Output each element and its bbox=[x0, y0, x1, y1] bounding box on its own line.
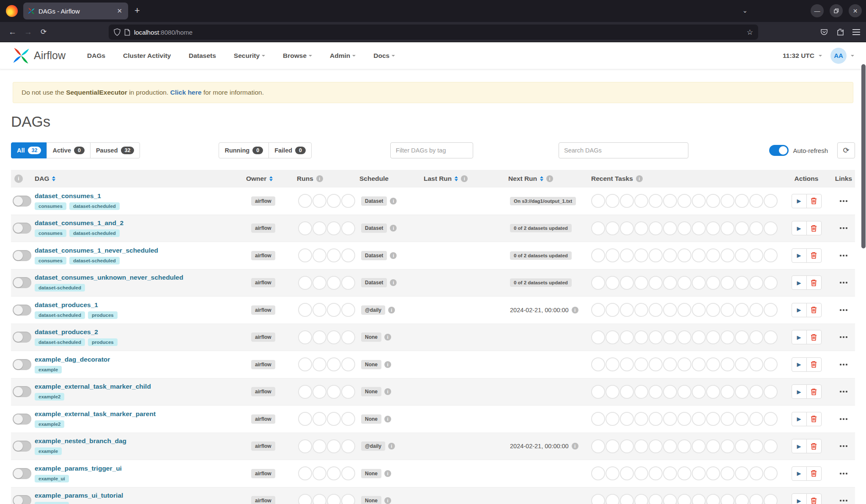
task-state-circle[interactable] bbox=[677, 466, 691, 480]
browser-tab[interactable]: DAGs - Airflow ✕ bbox=[23, 3, 128, 19]
task-state-circle[interactable] bbox=[298, 221, 312, 235]
task-state-circle[interactable] bbox=[677, 276, 691, 290]
trigger-dag-button[interactable]: ▶ bbox=[792, 412, 807, 426]
schedule-badge[interactable]: Dataset bbox=[361, 278, 387, 287]
dag-link[interactable]: dataset_produces_1 bbox=[35, 301, 244, 309]
task-state-circle[interactable] bbox=[634, 494, 648, 504]
task-state-circle[interactable] bbox=[721, 276, 734, 290]
task-state-circle[interactable] bbox=[749, 439, 763, 453]
dag-runs-circles[interactable] bbox=[295, 357, 358, 371]
task-state-circle[interactable] bbox=[634, 248, 648, 262]
dag-link[interactable]: dataset_consumes_1_and_2 bbox=[35, 219, 244, 227]
task-state-circle[interactable] bbox=[649, 385, 663, 399]
task-state-circle[interactable] bbox=[298, 248, 312, 262]
task-state-circle[interactable] bbox=[706, 248, 720, 262]
task-state-circle[interactable] bbox=[721, 248, 734, 262]
shield-icon[interactable] bbox=[114, 28, 121, 36]
task-state-circle[interactable] bbox=[620, 466, 634, 480]
dag-link[interactable]: example_params_ui_tutorial bbox=[35, 492, 244, 499]
task-state-circle[interactable] bbox=[677, 248, 691, 262]
task-state-circle[interactable] bbox=[606, 194, 619, 208]
filter-all[interactable]: All32 bbox=[11, 142, 47, 158]
task-state-circle[interactable] bbox=[764, 357, 778, 371]
task-state-circle[interactable] bbox=[298, 466, 312, 480]
task-state-circle[interactable] bbox=[341, 303, 355, 317]
dag-runs-circles[interactable] bbox=[295, 303, 358, 317]
refresh-button[interactable]: ⟳ bbox=[837, 142, 855, 158]
trigger-dag-button[interactable]: ▶ bbox=[792, 330, 807, 344]
task-state-circle[interactable] bbox=[721, 303, 734, 317]
task-state-circle[interactable] bbox=[764, 330, 778, 344]
recent-tasks-circles[interactable] bbox=[589, 385, 783, 399]
task-state-circle[interactable] bbox=[634, 357, 648, 371]
delete-dag-button[interactable] bbox=[806, 384, 822, 399]
task-state-circle[interactable] bbox=[341, 248, 355, 262]
task-state-circle[interactable] bbox=[706, 385, 720, 399]
task-state-circle[interactable] bbox=[591, 439, 605, 453]
dag-link[interactable]: dataset_consumes_1 bbox=[35, 192, 244, 200]
user-chevron-icon[interactable] bbox=[851, 55, 854, 57]
bookmark-star-icon[interactable]: ☆ bbox=[747, 28, 753, 37]
schedule-badge[interactable]: None bbox=[361, 387, 381, 396]
task-state-circle[interactable] bbox=[692, 494, 706, 504]
task-state-circle[interactable] bbox=[663, 357, 677, 371]
task-state-circle[interactable] bbox=[312, 357, 326, 371]
owner-badge[interactable]: airflow bbox=[251, 441, 275, 451]
trigger-dag-button[interactable]: ▶ bbox=[792, 221, 807, 235]
delete-dag-button[interactable] bbox=[806, 357, 822, 372]
task-state-circle[interactable] bbox=[721, 330, 734, 344]
owner-badge[interactable]: airflow bbox=[251, 496, 275, 504]
dag-runs-circles[interactable] bbox=[295, 439, 358, 453]
task-state-circle[interactable] bbox=[327, 221, 341, 235]
task-state-circle[interactable] bbox=[663, 439, 677, 453]
task-state-circle[interactable] bbox=[749, 466, 763, 480]
dag-tag[interactable]: dataset-scheduled bbox=[69, 202, 120, 210]
sort-icon[interactable] bbox=[540, 176, 543, 181]
task-state-circle[interactable] bbox=[591, 276, 605, 290]
task-state-circle[interactable] bbox=[341, 439, 355, 453]
task-state-circle[interactable] bbox=[591, 357, 605, 371]
pause-toggle[interactable] bbox=[13, 495, 31, 504]
task-state-circle[interactable] bbox=[706, 194, 720, 208]
task-state-circle[interactable] bbox=[591, 330, 605, 344]
task-state-circle[interactable] bbox=[649, 248, 663, 262]
links-menu[interactable] bbox=[839, 443, 848, 450]
recent-tasks-circles[interactable] bbox=[589, 276, 783, 290]
task-state-circle[interactable] bbox=[312, 466, 326, 480]
task-state-circle[interactable] bbox=[606, 221, 619, 235]
task-state-circle[interactable] bbox=[663, 466, 677, 480]
owner-badge[interactable]: airflow bbox=[251, 196, 275, 206]
page-scrollbar[interactable] bbox=[861, 64, 866, 248]
delete-dag-button[interactable] bbox=[806, 466, 822, 481]
task-state-circle[interactable] bbox=[620, 357, 634, 371]
task-state-circle[interactable] bbox=[327, 466, 341, 480]
task-state-circle[interactable] bbox=[634, 276, 648, 290]
task-state-circle[interactable] bbox=[327, 357, 341, 371]
header-owner[interactable]: Owner bbox=[244, 175, 295, 183]
task-state-circle[interactable] bbox=[735, 412, 749, 426]
links-menu[interactable] bbox=[839, 279, 848, 286]
page-info-icon[interactable] bbox=[124, 29, 130, 36]
task-state-circle[interactable] bbox=[706, 466, 720, 480]
task-state-circle[interactable] bbox=[706, 494, 720, 504]
owner-badge[interactable]: airflow bbox=[251, 387, 275, 396]
window-minimize-button[interactable]: — bbox=[811, 4, 824, 17]
task-state-circle[interactable] bbox=[341, 385, 355, 399]
dag-tag[interactable]: dataset-scheduled bbox=[35, 338, 85, 346]
task-state-circle[interactable] bbox=[692, 303, 706, 317]
nav-item-cluster-activity[interactable]: Cluster Activity bbox=[114, 52, 180, 60]
delete-dag-button[interactable] bbox=[806, 221, 822, 235]
dag-runs-circles[interactable] bbox=[295, 330, 358, 344]
task-state-circle[interactable] bbox=[649, 494, 663, 504]
task-state-circle[interactable] bbox=[764, 439, 778, 453]
dag-tag[interactable]: dataset-scheduled bbox=[69, 229, 120, 237]
header-next-run[interactable]: Next Runi bbox=[507, 175, 589, 183]
task-state-circle[interactable] bbox=[634, 466, 648, 480]
nav-item-docs[interactable]: Docs bbox=[364, 52, 404, 60]
task-state-circle[interactable] bbox=[341, 276, 355, 290]
task-state-circle[interactable] bbox=[721, 439, 734, 453]
sort-icon[interactable] bbox=[269, 176, 273, 181]
dag-tag[interactable]: example2 bbox=[35, 393, 64, 400]
task-state-circle[interactable] bbox=[677, 221, 691, 235]
task-state-circle[interactable] bbox=[764, 221, 778, 235]
